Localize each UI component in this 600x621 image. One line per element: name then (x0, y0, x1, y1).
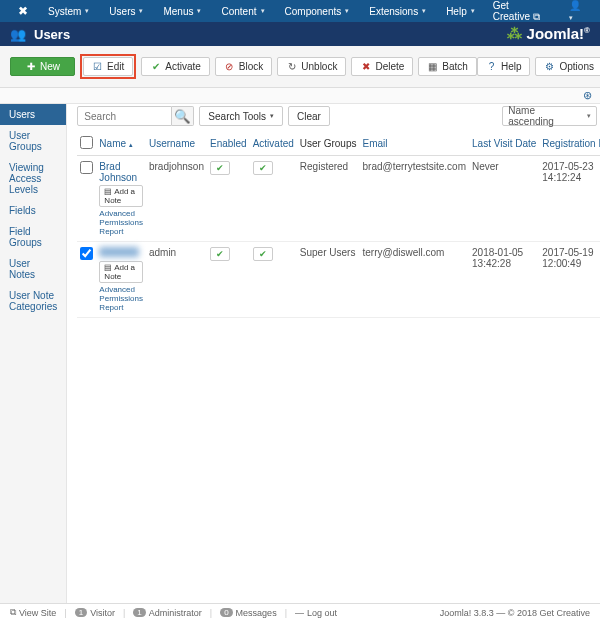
sidebar-item-users[interactable]: Users (0, 104, 66, 125)
joomla-logo: ⁂ Joomla!® (507, 25, 590, 43)
nav-menus[interactable]: Menus▾ (153, 0, 211, 22)
nav-components[interactable]: Components▾ (275, 0, 360, 22)
sidebar: Users User Groups Viewing Access Levels … (0, 104, 67, 621)
col-last-visit[interactable]: Last Visit Date (469, 132, 539, 156)
sidebar-item-user-notes[interactable]: User Notes (0, 253, 66, 285)
toolbar: ✚New ☑Edit ✔Activate ⊘Block ↻Unblock ✖De… (0, 46, 600, 88)
cell-email: terry@diswell.com (360, 242, 470, 318)
name-hidden (99, 247, 139, 257)
cell-last-visit: 2018-01-0513:42:28 (469, 242, 539, 318)
options-button[interactable]: ⚙Options (535, 57, 600, 76)
add-note-button[interactable]: ▤ Add a Note (99, 185, 143, 207)
clear-button[interactable]: Clear (288, 106, 330, 126)
block-button[interactable]: ⊘Block (215, 57, 272, 76)
enabled-toggle[interactable]: ✔ (210, 247, 230, 261)
activate-button[interactable]: ✔Activate (141, 57, 210, 76)
search-button[interactable]: 🔍 (172, 106, 194, 126)
users-table: Name ▴ Username Enabled Activated User G… (77, 132, 600, 318)
external-link-icon[interactable]: Get Creative ⧉ (485, 0, 555, 23)
delete-button[interactable]: ✖Delete (351, 57, 413, 76)
joomla-icon[interactable]: ✖ (8, 0, 38, 22)
sidebar-item-note-categories[interactable]: User Note Categories (0, 285, 66, 317)
nav-help[interactable]: Help▾ (436, 0, 485, 22)
search-icon: 🔍 (174, 109, 191, 124)
col-username[interactable]: Username (146, 132, 207, 156)
users-icon: 👥 (10, 27, 26, 42)
admin-count[interactable]: 1Administrator (133, 608, 201, 618)
sidebar-item-user-groups[interactable]: User Groups (0, 125, 66, 157)
table-row: ▤ Add a NoteAdvanced Permissions Reporta… (77, 242, 600, 318)
row-checkbox[interactable] (80, 247, 93, 260)
row-checkbox[interactable] (80, 161, 93, 174)
user-name-link[interactable]: Brad Johnson (99, 161, 137, 183)
logout-link[interactable]: — Log out (295, 608, 337, 618)
messages-link[interactable]: 0Messages (220, 608, 276, 618)
sidebar-item-fields[interactable]: Fields (0, 200, 66, 221)
edit-button[interactable]: ☑Edit (83, 57, 133, 76)
sort-select[interactable]: Name ascending▾ (502, 106, 597, 126)
activated-toggle[interactable]: ✔ (253, 161, 273, 175)
table-row: Brad Johnson▤ Add a NoteAdvanced Permiss… (77, 156, 600, 242)
help-button[interactable]: ?Help (477, 57, 531, 76)
permissions-report-link[interactable]: Advanced Permissions Report (99, 209, 143, 236)
search-tools-button[interactable]: Search Tools▾ (199, 106, 283, 126)
col-email[interactable]: Email (360, 132, 470, 156)
col-registration[interactable]: Registration Date (539, 132, 600, 156)
cell-group: Registered (297, 156, 360, 242)
search-input[interactable] (77, 106, 172, 126)
cell-username: admin (146, 242, 207, 318)
col-enabled[interactable]: Enabled (207, 132, 250, 156)
cell-email: brad@terrytestsite.com (360, 156, 470, 242)
page-header: 👥 Users ⁂ Joomla!® (0, 22, 600, 46)
col-activated[interactable]: Activated (250, 132, 297, 156)
unblock-button[interactable]: ↻Unblock (277, 57, 346, 76)
nav-users[interactable]: Users▾ (99, 0, 153, 22)
permissions-report-link[interactable]: Advanced Permissions Report (99, 285, 143, 312)
enabled-toggle[interactable]: ✔ (210, 161, 230, 175)
col-name[interactable]: Name ▴ (96, 132, 146, 156)
main-content: 🔍 Search Tools▾ Clear Name ascending▾ 20… (67, 104, 600, 621)
sidebar-item-access-levels[interactable]: Viewing Access Levels (0, 157, 66, 200)
activated-toggle[interactable]: ✔ (253, 247, 273, 261)
cell-group: Super Users (297, 242, 360, 318)
pin-icon[interactable]: ⊛ (583, 89, 592, 102)
add-note-button[interactable]: ▤ Add a Note (99, 261, 143, 283)
cell-username: bradjohnson (146, 156, 207, 242)
footer: ⧉ View Site | 1Visitor | 1Administrator … (0, 603, 600, 621)
nav-system[interactable]: System▾ (38, 0, 99, 22)
sidebar-item-field-groups[interactable]: Field Groups (0, 221, 66, 253)
page-title: Users (34, 27, 70, 42)
view-site-link[interactable]: ⧉ View Site (10, 607, 56, 618)
top-nav: ✖ System▾ Users▾ Menus▾ Content▾ Compone… (0, 0, 600, 22)
visitor-count[interactable]: 1Visitor (75, 608, 115, 618)
footer-version: Joomla! 3.8.3 — © 2018 Get Creative (440, 608, 590, 618)
nav-extensions[interactable]: Extensions▾ (359, 0, 436, 22)
pin-bar: ⊛ (0, 88, 600, 104)
batch-button[interactable]: ▦Batch (418, 57, 477, 76)
edit-highlight: ☑Edit (80, 54, 136, 79)
nav-content[interactable]: Content▾ (211, 0, 274, 22)
cell-last-visit: Never (469, 156, 539, 242)
cell-registration: 2017-05-1912:00:49 (539, 242, 600, 318)
cell-registration: 2017-05-2314:12:24 (539, 156, 600, 242)
col-groups: User Groups (297, 132, 360, 156)
select-all-checkbox[interactable] (80, 136, 93, 149)
new-button[interactable]: ✚New (10, 57, 75, 76)
user-menu-icon[interactable]: 👤 ▾ (561, 0, 592, 22)
